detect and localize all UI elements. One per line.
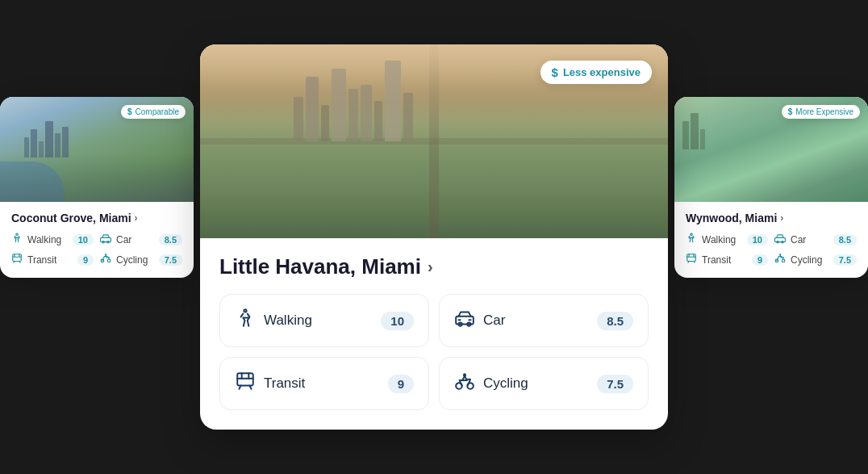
left-cycling-item: Cycling 7.5	[100, 253, 182, 266]
left-neighborhood-name: Coconut Grove, Miami	[11, 212, 131, 224]
right-card-body: Wynwood, Miami › Walking 10	[674, 202, 868, 278]
comparable-dollar-icon: $	[127, 107, 132, 116]
svg-rect-4	[13, 254, 22, 262]
center-transport-grid: Walking 10 Car 8.5	[219, 294, 649, 410]
right-transit-item: Transit 9	[686, 253, 768, 266]
less-expensive-badge: $ Less expensive	[540, 61, 652, 84]
left-chevron-icon: ›	[135, 212, 138, 224]
center-card-body: Little Havana, Miami › Walking 10	[200, 238, 668, 430]
left-cycling-label: Cycling	[116, 254, 148, 266]
left-card: $ Comparable Coconut Grove, Miami ›	[0, 97, 194, 278]
center-neighborhood-name: Little Havana, Miami	[219, 254, 421, 279]
left-transit-item: Transit 9	[11, 253, 94, 266]
center-car-score: 8.5	[597, 312, 633, 330]
center-transit-label: Transit	[264, 375, 305, 392]
center-car-item: Car 8.5	[439, 294, 649, 347]
right-car-score: 8.5	[833, 234, 857, 245]
right-car-icon	[774, 233, 786, 246]
left-walking-item: Walking 10	[11, 233, 94, 246]
more-expensive-label: More Expensive	[795, 107, 853, 116]
scene: $ Comparable Coconut Grove, Miami ›	[0, 0, 868, 474]
right-car-label: Car	[791, 234, 806, 245]
left-cycling-icon	[100, 253, 111, 266]
left-car-label: Car	[116, 234, 131, 245]
svg-point-22	[779, 254, 780, 255]
left-walking-score: 10	[73, 234, 94, 245]
svg-point-7	[105, 254, 106, 255]
left-walking-label: Walking	[27, 234, 61, 245]
center-cycling-icon	[454, 371, 475, 396]
svg-rect-1	[101, 237, 111, 241]
center-card: $ Less expensive Little Havana, Miami ›	[200, 44, 668, 430]
right-card: $ More Expensive Wynwood, Miami ›	[674, 97, 868, 278]
left-card-image: $ Comparable	[0, 97, 194, 202]
right-transit-score: 9	[752, 254, 768, 266]
svg-point-15	[691, 233, 692, 235]
svg-point-21	[782, 259, 785, 262]
center-walking-label: Walking	[264, 313, 312, 329]
center-car-label: Car	[483, 313, 505, 329]
center-walking-icon	[235, 308, 256, 333]
center-cycling-score: 7.5	[597, 375, 633, 393]
center-walking-score: 10	[381, 312, 414, 330]
right-cycling-label: Cycling	[791, 254, 822, 266]
center-cycling-label: Cycling	[483, 375, 528, 392]
right-cycling-score: 7.5	[833, 254, 857, 266]
left-card-body: Coconut Grove, Miami › Walking 10	[0, 202, 194, 278]
right-walking-score: 10	[747, 234, 768, 245]
right-walking-icon	[686, 233, 697, 246]
left-car-icon	[100, 233, 111, 246]
svg-rect-19	[687, 254, 696, 262]
center-transit-icon	[235, 371, 256, 396]
right-transit-icon	[686, 253, 697, 266]
right-walking-label: Walking	[702, 234, 736, 245]
center-walking-item: Walking 10	[219, 294, 429, 347]
left-transit-label: Transit	[27, 254, 56, 266]
less-expensive-label: Less expensive	[563, 66, 641, 78]
svg-point-8	[244, 309, 246, 312]
center-transit-item: Transit 9	[219, 357, 429, 410]
center-cycling-item: Cycling 7.5	[439, 357, 649, 410]
right-neighborhood-name: Wynwood, Miami	[686, 212, 777, 224]
center-card-image: $ Less expensive	[200, 44, 668, 238]
more-expensive-badge: $ More Expensive	[782, 105, 860, 119]
comparable-label: Comparable	[136, 107, 179, 116]
left-car-score: 8.5	[159, 234, 182, 245]
less-expensive-dollar-icon: $	[552, 65, 558, 79]
left-transit-icon	[11, 253, 23, 266]
left-walking-icon	[11, 233, 23, 246]
svg-rect-16	[775, 237, 786, 241]
center-car-icon	[454, 308, 475, 333]
left-cycling-score: 7.5	[159, 254, 182, 266]
svg-point-6	[107, 259, 111, 262]
right-transit-label: Transit	[702, 254, 731, 266]
right-car-item: Car 8.5	[774, 233, 857, 246]
left-transit-score: 9	[77, 254, 94, 266]
svg-rect-12	[237, 373, 253, 385]
center-transit-score: 9	[388, 375, 414, 393]
right-chevron-icon: ›	[780, 212, 783, 224]
left-car-item: Car 8.5	[100, 233, 182, 246]
center-neighborhood-link[interactable]: Little Havana, Miami ›	[219, 254, 649, 279]
left-transport-grid: Walking 10 Car 8.5	[11, 233, 182, 266]
more-expensive-dollar-icon: $	[788, 107, 793, 116]
right-card-image: $ More Expensive	[674, 97, 868, 202]
right-cycling-item: Cycling 7.5	[774, 253, 857, 266]
right-neighborhood-link[interactable]: Wynwood, Miami ›	[686, 212, 857, 224]
right-walking-item: Walking 10	[686, 233, 768, 246]
left-neighborhood-link[interactable]: Coconut Grove, Miami ›	[11, 212, 182, 224]
comparable-badge: $ Comparable	[121, 105, 186, 119]
right-transport-grid: Walking 10 Car 8.5	[686, 233, 857, 266]
right-cycling-icon	[774, 253, 786, 266]
svg-point-0	[16, 233, 18, 235]
center-chevron-icon: ›	[428, 258, 433, 276]
